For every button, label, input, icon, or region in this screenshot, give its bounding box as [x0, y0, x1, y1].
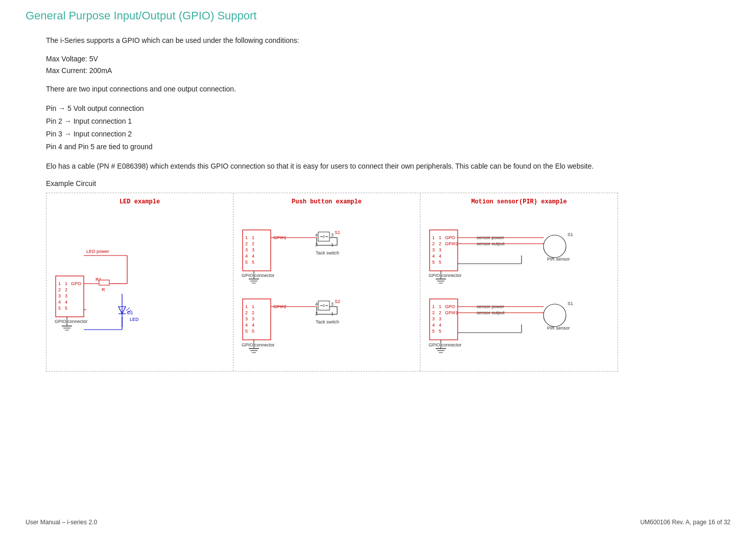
svg-text:PIR sensor: PIR sensor — [547, 257, 570, 262]
svg-text:4: 4 — [439, 253, 441, 259]
svg-text:PIR sensor: PIR sensor — [547, 326, 570, 331]
svg-text:3: 3 — [245, 247, 248, 252]
svg-rect-19 — [99, 280, 109, 285]
svg-text:1: 1 — [252, 304, 254, 309]
svg-text:4: 4 — [315, 301, 318, 307]
svg-text:1: 1 — [439, 235, 441, 240]
pushbutton-panel: Push button example 1 2 3 4 5 1 2 3 4 5 … — [233, 193, 420, 371]
svg-text:1: 1 — [439, 304, 441, 309]
pushbutton-panel-title: Push button example — [238, 198, 416, 205]
svg-text:3: 3 — [331, 301, 334, 307]
svg-text:3: 3 — [65, 293, 67, 298]
elo-cable-text: Elo has a cable (PN # E086398) which ext… — [46, 160, 730, 172]
svg-text:5: 5 — [432, 329, 435, 334]
svg-text:3: 3 — [331, 233, 334, 238]
pushbutton-circuit-svg: 1 2 3 4 5 1 2 3 4 5 GPIO connector GPI#1 — [238, 210, 391, 358]
circuit-container: LED example 1 2 3 4 5 1 2 3 4 5 GPO GPIO… — [46, 193, 618, 372]
pin3-text: Pin 3 → Input connection 2 — [46, 128, 730, 141]
svg-text:2: 2 — [252, 241, 254, 246]
svg-text:GPI#1: GPI#1 — [445, 310, 458, 315]
two-inputs-text: There are two input connections and one … — [46, 83, 730, 95]
svg-text:3: 3 — [432, 247, 435, 252]
pir-circuit-svg: 1 2 3 4 5 1 2 3 4 5 GPO GPI#2 sensor pow… — [424, 210, 613, 358]
svg-text:S1: S1 — [568, 232, 573, 237]
svg-text:LED power: LED power — [86, 249, 109, 254]
svg-text:GPIO connector: GPIO connector — [55, 319, 88, 324]
led-circuit-svg: 1 2 3 4 5 1 2 3 4 5 GPO GPIO connector — [51, 210, 173, 358]
svg-text:LED: LED — [130, 317, 139, 322]
intro-text: The i-Series supports a GPIO which can b… — [46, 35, 730, 46]
svg-text:5: 5 — [65, 306, 67, 311]
svg-text:1: 1 — [331, 242, 334, 247]
svg-text:1: 1 — [65, 281, 67, 286]
svg-text:4: 4 — [432, 253, 435, 259]
svg-text:1: 1 — [331, 311, 334, 316]
led-panel: LED example 1 2 3 4 5 1 2 3 4 5 GPO GPIO… — [46, 193, 233, 371]
svg-text:4: 4 — [315, 233, 318, 238]
svg-text:5: 5 — [252, 260, 254, 265]
svg-text:3: 3 — [245, 316, 248, 321]
svg-text:GPIO connector: GPIO connector — [429, 342, 462, 347]
led-panel-title: LED example — [51, 198, 229, 205]
svg-text:S2: S2 — [335, 299, 340, 304]
svg-text:2: 2 — [65, 287, 67, 292]
svg-text:5: 5 — [252, 329, 254, 334]
svg-text:GPIO connector: GPIO connector — [242, 273, 275, 278]
svg-text:5: 5 — [439, 260, 441, 265]
pir-panel-title: Motion sensor(PIR) example — [424, 198, 613, 205]
svg-text:Tack switch: Tack switch — [316, 250, 339, 256]
svg-text:4: 4 — [65, 299, 67, 305]
svg-text:5: 5 — [245, 260, 248, 265]
svg-text:1: 1 — [432, 235, 435, 240]
svg-text:GPI#2: GPI#2 — [445, 241, 458, 246]
svg-point-124 — [544, 235, 566, 258]
svg-text:4: 4 — [252, 253, 254, 259]
svg-text:2: 2 — [432, 241, 435, 246]
example-label: Example Circuit — [46, 179, 730, 188]
svg-text:3: 3 — [432, 316, 435, 321]
svg-text:R: R — [102, 287, 105, 292]
pin4-text: Pin 4 and Pin 5 are tied to ground — [46, 141, 730, 153]
svg-text:2: 2 — [432, 310, 435, 315]
svg-text:3: 3 — [58, 293, 61, 298]
svg-text:3: 3 — [439, 316, 441, 321]
svg-text:4: 4 — [245, 253, 248, 259]
svg-text:3: 3 — [252, 316, 254, 321]
svg-text:2: 2 — [439, 241, 441, 246]
svg-text:2: 2 — [245, 310, 248, 315]
footer-right: UM600106 Rev. A, page 16 of 32 — [640, 519, 730, 526]
svg-text:4: 4 — [252, 322, 254, 328]
svg-text:S1: S1 — [568, 301, 573, 306]
svg-text:2: 2 — [252, 310, 254, 315]
page-footer: User Manual – i-series 2.0 UM600106 Rev.… — [26, 519, 730, 526]
svg-text:4: 4 — [432, 322, 435, 328]
svg-text:2: 2 — [245, 241, 248, 246]
svg-text:3: 3 — [439, 247, 441, 252]
svg-text:GPO: GPO — [445, 304, 455, 309]
svg-text:1: 1 — [252, 235, 254, 240]
svg-text:1: 1 — [245, 304, 248, 309]
svg-text:5: 5 — [432, 260, 435, 265]
svg-text:S1: S1 — [335, 230, 340, 235]
pir-panel: Motion sensor(PIR) example 1 2 3 4 5 1 2… — [420, 193, 618, 371]
svg-text:4: 4 — [439, 322, 441, 328]
svg-text:2: 2 — [58, 287, 61, 292]
pin-list: Pin → 5 Volt output connection Pin 2 → I… — [46, 102, 730, 154]
svg-text:5: 5 — [439, 329, 441, 334]
svg-text:4: 4 — [245, 322, 248, 328]
svg-text:1: 1 — [245, 235, 248, 240]
svg-text:5: 5 — [245, 329, 248, 334]
pin2-text: Pin 2 → Input connection 1 — [46, 115, 730, 128]
svg-point-153 — [544, 304, 566, 327]
footer-left: User Manual – i-series 2.0 — [26, 519, 97, 526]
svg-text:2: 2 — [439, 310, 441, 315]
page-title: General Purpose Input/Output (GPIO) Supp… — [26, 9, 730, 22]
svg-text:1: 1 — [58, 281, 61, 286]
svg-text:Tack switch: Tack switch — [316, 319, 339, 324]
svg-text:GPIO connector: GPIO connector — [429, 273, 462, 278]
svg-text:GPO: GPO — [71, 281, 81, 286]
svg-text:4: 4 — [58, 299, 61, 305]
svg-text:GPO: GPO — [445, 235, 455, 240]
svg-text:5: 5 — [58, 306, 61, 311]
specs-block: Max Voltage: 5V Max Current: 200mA — [46, 53, 730, 76]
